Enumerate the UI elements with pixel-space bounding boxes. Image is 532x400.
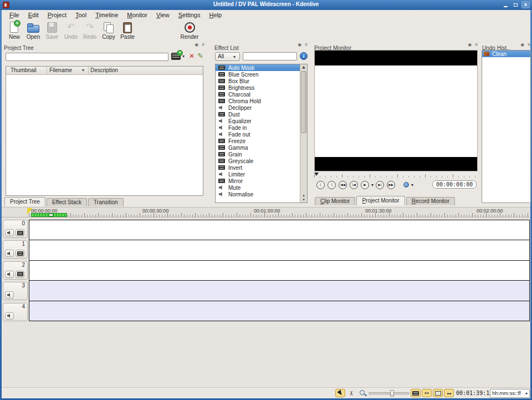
- info-icon[interactable]: i: [300, 52, 308, 60]
- scroll-up-icon[interactable]: ▲: [300, 65, 307, 69]
- track-audio-toggle[interactable]: [5, 291, 14, 298]
- column-thumbnail[interactable]: Thumbnail: [11, 67, 37, 73]
- project-search-input[interactable]: [6, 53, 168, 61]
- play-menu-chevron-icon[interactable]: ▾: [371, 183, 374, 188]
- menu-item[interactable]: Project: [43, 12, 71, 18]
- track-audio-toggle[interactable]: [5, 312, 14, 320]
- project-tree-list[interactable]: Thumbnail Filename ▾ Description: [6, 66, 203, 196]
- timeline-zone-bar[interactable]: [31, 213, 67, 217]
- effect-list-item[interactable]: Charcoal: [216, 91, 307, 98]
- menu-item[interactable]: Settings: [174, 12, 205, 18]
- effect-list-item[interactable]: Dust: [216, 111, 307, 118]
- toolbar-button[interactable]: Paste: [118, 21, 137, 40]
- play-button[interactable]: ▶: [361, 181, 369, 189]
- effect-list-item[interactable]: Brightness: [216, 84, 307, 91]
- toolbar-button[interactable]: ↷ Redo: [80, 21, 99, 40]
- zone-end-button[interactable]: ]: [328, 181, 336, 189]
- effect-list-item[interactable]: Auto Mask: [216, 64, 307, 71]
- panel-float-icon[interactable]: ◉: [520, 42, 524, 48]
- track-video-toggle[interactable]: [16, 271, 24, 278]
- dock-tab[interactable]: Effect Stack: [47, 198, 87, 206]
- monitor-seek-ruler[interactable]: [314, 173, 478, 178]
- track-video-toggle[interactable]: [16, 250, 24, 257]
- toolbar-button[interactable]: Save: [43, 21, 62, 40]
- effect-list-item[interactable]: Declipper: [216, 104, 307, 111]
- column-description[interactable]: Description: [90, 67, 118, 73]
- track-lane[interactable]: [29, 220, 529, 240]
- track-lane[interactable]: [29, 281, 529, 301]
- toolbar-button[interactable]: Open: [24, 21, 43, 40]
- toolbar-button[interactable]: Copy: [99, 21, 118, 40]
- effect-search-input[interactable]: [243, 52, 297, 60]
- track-audio-toggle[interactable]: [5, 229, 14, 236]
- track-video-toggle[interactable]: [16, 229, 24, 236]
- panel-close-icon[interactable]: ×: [201, 42, 205, 48]
- panel-float-icon[interactable]: ◉: [468, 42, 472, 48]
- menu-item[interactable]: Tool: [71, 12, 91, 18]
- zoom-slider[interactable]: [369, 392, 410, 394]
- dock-tab[interactable]: Transition: [88, 198, 124, 206]
- panel-close-icon[interactable]: ×: [304, 42, 308, 48]
- menu-item[interactable]: Timeline: [91, 12, 122, 18]
- effect-list-item[interactable]: Freeze: [216, 138, 307, 144]
- track-audio-toggle[interactable]: [5, 271, 14, 278]
- track-lane[interactable]: [29, 261, 529, 281]
- zoom-slider-handle[interactable]: [390, 390, 394, 397]
- toolbar-button[interactable]: ↶ Undo: [62, 21, 80, 40]
- effect-filter-dropdown[interactable]: All ▾: [215, 52, 240, 61]
- effect-list-item[interactable]: Box Blur: [216, 78, 307, 84]
- menu-item[interactable]: Help: [204, 12, 226, 18]
- track-lane[interactable]: [29, 301, 529, 321]
- panel-float-icon[interactable]: ◉: [195, 42, 198, 48]
- dock-tab[interactable]: Project Tree: [4, 197, 45, 206]
- effect-list-item[interactable]: Greyscale: [216, 158, 307, 164]
- render-button[interactable]: Render: [180, 21, 199, 40]
- forward-button[interactable]: ▶▶: [387, 181, 395, 189]
- effect-list-item[interactable]: Fade out: [216, 131, 307, 138]
- effect-list-item[interactable]: Invert: [216, 164, 307, 171]
- edit-clip-icon[interactable]: ✎: [197, 52, 203, 60]
- timecode-format-dropdown[interactable]: hh:mm:ss::ff ▾: [490, 389, 530, 398]
- toolbar-button[interactable]: New: [5, 21, 24, 40]
- panel-close-icon[interactable]: ×: [527, 42, 531, 48]
- add-clip-icon[interactable]: [171, 53, 181, 60]
- column-filename[interactable]: Filename: [49, 67, 72, 73]
- snap-toggle[interactable]: ▶◀: [444, 389, 454, 397]
- monitor-config-icon[interactable]: [403, 182, 409, 188]
- effect-list-item[interactable]: Mirror: [216, 178, 307, 184]
- titlebar[interactable]: Untitled / DV PAL Widescreen - Kdenlive …: [0, 0, 532, 10]
- spin-down-icon[interactable]: ▾: [300, 198, 307, 202]
- zone-start-button[interactable]: [: [316, 181, 325, 189]
- effect-list-item[interactable]: Mute: [216, 184, 307, 191]
- track-audio-toggle[interactable]: [5, 250, 14, 257]
- menu-item[interactable]: View: [152, 12, 174, 18]
- effect-list-item[interactable]: Chroma Hold: [216, 98, 307, 104]
- timeline-ruler[interactable]: 00:00:00:0000:00:30:0000:01:00:0000:01:3…: [2, 207, 530, 217]
- video-thumbnails-toggle[interactable]: [411, 389, 421, 397]
- menu-item[interactable]: Edit: [24, 12, 43, 18]
- panel-close-icon[interactable]: ×: [474, 42, 478, 48]
- effect-list-item[interactable]: Fade in: [216, 124, 307, 131]
- maximize-button[interactable]: [511, 1, 520, 8]
- effect-list-item[interactable]: Equalizer: [216, 118, 307, 124]
- rewind-button[interactable]: ◀◀: [339, 181, 347, 189]
- track-lane[interactable]: [29, 240, 529, 260]
- effect-list-item[interactable]: Blue Screen: [216, 71, 307, 78]
- scrollbar-thumb[interactable]: [301, 71, 306, 133]
- sort-indicator-icon[interactable]: ▾: [82, 68, 84, 73]
- menu-item[interactable]: Monitor: [122, 12, 152, 18]
- select-tool-button[interactable]: [335, 389, 345, 397]
- undo-history-item[interactable]: Clean: [482, 50, 530, 57]
- effect-list-item[interactable]: Gamma: [216, 144, 307, 151]
- monitor-tab[interactable]: Project Monitor: [356, 196, 405, 205]
- previous-frame-button[interactable]: |◀: [350, 181, 358, 189]
- menu-item[interactable]: File: [5, 12, 24, 18]
- monitor-tab[interactable]: Clip Monitor: [315, 197, 355, 205]
- delete-clip-icon[interactable]: ✕: [189, 53, 195, 60]
- razor-tool-button[interactable]: ✂: [347, 389, 357, 397]
- config-chevron-icon[interactable]: ▾: [411, 183, 413, 188]
- effect-list-scrollbar[interactable]: ▲ ▴ ▾: [300, 64, 307, 202]
- audio-thumbnails-toggle[interactable]: ↔: [422, 389, 432, 397]
- effect-list-item[interactable]: Normalise: [216, 191, 307, 198]
- monitor-timecode-field[interactable]: [432, 180, 477, 189]
